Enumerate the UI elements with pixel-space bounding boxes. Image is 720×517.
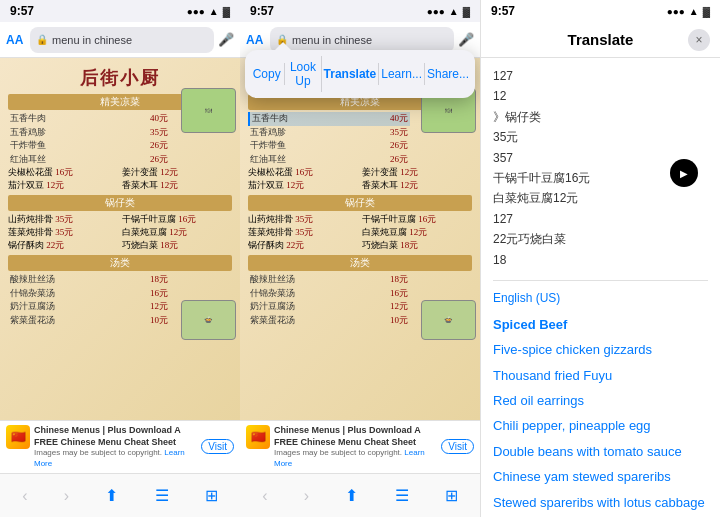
raw-line-3: 》锅仔类 xyxy=(493,107,708,127)
battery-icon-left: ▓ xyxy=(223,6,230,17)
popup-translate[interactable]: Translate xyxy=(322,63,380,85)
search-bar-left[interactable]: 🔒 menu in chinese xyxy=(30,27,214,53)
wifi-icon-right: ▲ xyxy=(689,6,699,17)
raw-line-8: 127 xyxy=(493,209,708,229)
middle-safari-panel: 9:57 ●●● ▲ ▓ AA 🔒 menu in chinese 🎤 Copy… xyxy=(240,0,480,517)
signal-icon-left: ●●● xyxy=(187,6,205,17)
menu-row-1-left: 五香牛肉 40元 xyxy=(8,112,170,126)
context-popup-menu[interactable]: Copy Look Up Translate Learn... Share... xyxy=(245,50,475,98)
popup-overlay: Copy Look Up Translate Learn... Share... xyxy=(240,0,480,517)
left-safari-panel: 9:57 ●●● ▲ ▓ AA 🔒 menu in chinese 🎤 后街小厨… xyxy=(0,0,240,517)
popup-learn[interactable]: Learn... xyxy=(379,63,425,85)
menu-left: 后街小厨 精美凉菜 🍽 五香牛肉 40元 五香鸡胗 35元 干炸带鱼 26元 红… xyxy=(0,58,240,420)
status-icons-right: ●●● ▲ ▓ xyxy=(667,6,710,17)
search-icon-left: 🔒 xyxy=(36,34,48,45)
search-text-left: menu in chinese xyxy=(52,34,208,46)
menu-row-4-left: 红油耳丝 26元 xyxy=(8,153,170,167)
translated-item-1: Five-spice chicken gizzards xyxy=(493,338,708,361)
raw-line-7: 白菜炖豆腐12元 xyxy=(493,188,708,208)
time-right: 9:57 xyxy=(491,4,515,18)
popup-copy[interactable]: Copy xyxy=(249,63,285,85)
menu-row-8-left: 莲菜炖排骨 35元 白菜炖豆腐 12元 xyxy=(8,226,232,239)
signal-icon-right: ●●● xyxy=(667,6,685,17)
mic-icon-left[interactable]: 🎤 xyxy=(218,32,234,47)
translated-item-2: Thousand fried Fuyu xyxy=(493,364,708,387)
status-bar-right: 9:57 ●●● ▲ ▓ xyxy=(481,0,720,22)
raw-line-1: 127 xyxy=(493,66,708,86)
translated-item-6: Chinese yam stewed spareribs xyxy=(493,465,708,488)
raw-chinese-section: 127 12 》锅仔类 35元 357 干锅千叶豆腐16元 白菜炖豆腐12元 1… xyxy=(493,66,708,281)
time-left: 9:57 xyxy=(10,4,34,18)
language-label: English (US) xyxy=(493,291,708,305)
translated-item-5: Double beans with tomato sauce xyxy=(493,440,708,463)
section3-left: 汤类 xyxy=(8,255,232,271)
tabs-button-left[interactable]: ⊞ xyxy=(197,482,226,509)
status-bar-left: 9:57 ●●● ▲ ▓ xyxy=(0,0,240,22)
ad-banner-left: 🇨🇳 Chinese Menus | Plus Download A FREE … xyxy=(0,420,240,473)
aa-button-left[interactable]: AA xyxy=(6,33,26,47)
menu-row-6-left: 茄汁双豆 12元 香菜木耳 12元 xyxy=(8,179,232,192)
status-icons-left: ●●● ▲ ▓ xyxy=(187,6,230,17)
food-image-top-left: 🍽 xyxy=(181,88,236,133)
translated-item-3: Red oil earrings xyxy=(493,389,708,412)
raw-line-2: 12 xyxy=(493,86,708,106)
menu-row-10-left: 酸辣肚丝汤 18元 xyxy=(8,273,170,287)
content-area-left: 后街小厨 精美凉菜 🍽 五香牛肉 40元 五香鸡胗 35元 干炸带鱼 26元 红… xyxy=(0,58,240,420)
menu-row-7-left: 山药炖排骨 35元 干锅千叶豆腐 16元 xyxy=(8,213,232,226)
raw-line-9: 22元巧烧白菜 xyxy=(493,229,708,249)
menu-row-2-left: 五香鸡胗 35元 xyxy=(8,126,170,140)
translate-content: 127 12 》锅仔类 35元 357 干锅千叶豆腐16元 白菜炖豆腐12元 1… xyxy=(481,58,720,517)
back-button-left[interactable]: ‹ xyxy=(14,483,35,509)
translated-item-4: Chili pepper, pineapple egg xyxy=(493,414,708,437)
popup-arrow xyxy=(275,42,291,50)
bottom-bar-left: ‹ › ⬆ ☰ ⊞ xyxy=(0,473,240,517)
translated-item-7: Stewed spareribs with lotus cabbage xyxy=(493,491,708,514)
ad-visit-button-left[interactable]: Visit xyxy=(201,439,234,454)
translate-title: Translate xyxy=(568,31,634,48)
menu-row-13-left: 紫菜蛋花汤 10元 xyxy=(8,314,170,328)
translated-item-0: Spiced Beef xyxy=(493,313,708,336)
forward-button-left[interactable]: › xyxy=(56,483,77,509)
food-image-bottom-left: 🍲 xyxy=(181,300,236,340)
play-audio-button[interactable]: ▶ xyxy=(670,159,698,187)
ad-icon-left: 🇨🇳 xyxy=(6,425,30,449)
menu-title-left: 后街小厨 xyxy=(8,66,232,90)
popup-share[interactable]: Share... xyxy=(425,63,471,85)
battery-icon-right: ▓ xyxy=(703,6,710,17)
menu-row-5-left: 尖椒松花蛋 16元 姜汁变蛋 12元 xyxy=(8,166,232,179)
share-button-left[interactable]: ⬆ xyxy=(97,482,126,509)
section2-left: 锅仔类 xyxy=(8,195,232,211)
raw-line-10: 18 xyxy=(493,250,708,270)
translate-panel: 9:57 ●●● ▲ ▓ Translate × 127 12 》锅仔类 35元… xyxy=(480,0,720,517)
menu-row-9-left: 锅仔酥肉 22元 巧烧白菜 18元 xyxy=(8,239,232,252)
translate-close-button[interactable]: × xyxy=(688,29,710,51)
menu-row-3-left: 干炸带鱼 26元 xyxy=(8,139,170,153)
raw-line-4: 35元 xyxy=(493,127,708,147)
ad-text-left: Chinese Menus | Plus Download A FREE Chi… xyxy=(34,425,197,469)
popup-items-container: Copy Look Up Translate Learn... Share... xyxy=(245,50,475,98)
bookmarks-button-left[interactable]: ☰ xyxy=(147,482,177,509)
menu-row-12-left: 奶汁豆腐汤 12元 xyxy=(8,300,170,314)
address-bar-left[interactable]: AA 🔒 menu in chinese 🎤 xyxy=(0,22,240,58)
popup-lookup[interactable]: Look Up xyxy=(285,56,321,92)
menu-row-11-left: 什锦杂菜汤 16元 xyxy=(8,287,170,301)
wifi-icon-left: ▲ xyxy=(209,6,219,17)
translate-title-bar: Translate × xyxy=(481,22,720,58)
